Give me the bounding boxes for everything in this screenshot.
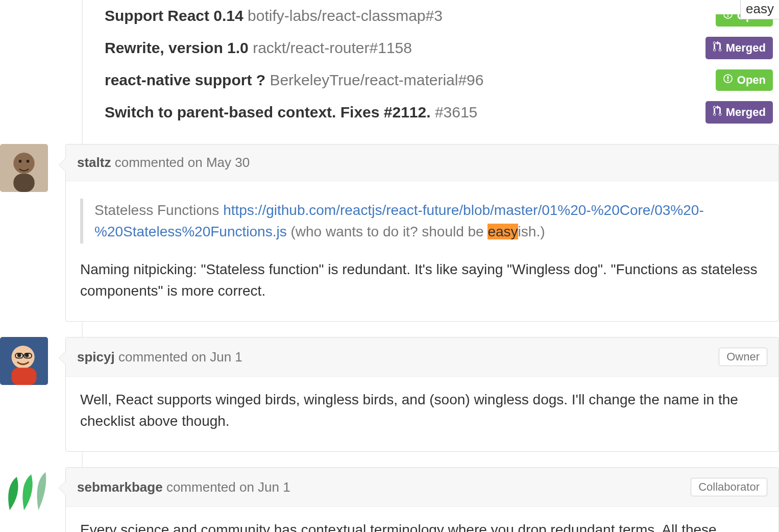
git-pull-request-icon [713,105,722,119]
comment-author[interactable]: sebmarkbage [77,479,163,495]
comment-text: Well, React supports winged birds, wingl… [80,389,764,432]
svg-point-4 [27,160,30,163]
comment-header: spicyj commented on Jun 1 Owner [66,337,778,377]
comment: sebmarkbage commented on Jun 1 Collabora… [0,467,779,532]
comment-arrow [59,158,66,172]
comment-box: sebmarkbage commented on Jun 1 Collabora… [65,467,779,532]
state-badge-label: Merged [726,41,766,55]
comment: staltz commented on May 30 Stateless Fun… [0,144,779,322]
reference-row: react-native support ? BerkeleyTrue/reac… [105,64,779,96]
comment-header: sebmarkbage commented on Jun 1 Collabora… [66,468,778,507]
issue-references: Support React 0.14 botify-labs/react-cla… [105,0,779,129]
svg-point-8 [17,353,21,357]
comment-body: Stateless Functions https://github.com/r… [66,181,778,321]
comment-arrow [59,351,66,365]
comment-text: Naming nitpicking: "Stateless function" … [80,259,764,302]
comment-timestamp[interactable]: on Jun 1 [239,479,290,495]
reference-title[interactable]: react-native support ? BerkeleyTrue/reac… [105,69,483,91]
comment-author[interactable]: spicyj [77,349,115,365]
state-badge-open: Open [716,69,773,91]
avatar[interactable] [0,467,48,515]
reference-row: Switch to parent-based context. Fixes #2… [105,96,779,129]
reference-row: Rewrite, version 1.0 rackt/react-router#… [105,32,779,64]
role-badge-collaborator: Collaborator [691,478,767,496]
reference-title[interactable]: Switch to parent-based context. Fixes #2… [105,102,477,123]
comment-timestamp-prefix: commented [118,349,191,365]
comment-body: Every science and community has contextu… [66,507,778,532]
reference-title[interactable]: Rewrite, version 1.0 rackt/react-router#… [105,37,412,59]
state-badge-merged: Merged [705,101,773,124]
issue-opened-icon [723,74,733,87]
comment-arrow [59,481,66,495]
svg-rect-2 [13,174,34,192]
svg-rect-7 [12,368,37,385]
comment-author[interactable]: staltz [77,155,111,170]
role-badge-owner: Owner [719,348,767,366]
quote-block: Stateless Functions https://github.com/r… [80,199,764,244]
svg-point-3 [19,160,22,163]
find-highlight: easy [488,224,518,239]
avatar[interactable] [0,337,48,385]
quote-tail-after: ish.) [518,224,545,239]
avatar[interactable] [0,144,48,192]
state-badge-label: Open [737,74,766,87]
find-in-page-bar[interactable]: easy [740,0,779,19]
comment-timestamp[interactable]: on May 30 [188,155,250,170]
quote-prefix: Stateless Functions [94,202,223,218]
git-pull-request-icon [713,41,722,55]
comment-timestamp-prefix: commented [166,479,239,495]
comment: spicyj commented on Jun 1 Owner Well, Re… [0,337,779,452]
quote-tail-before: (who wants to do it? should be [287,224,488,239]
state-badge-label: Merged [726,106,766,119]
comment-body: Well, React supports winged birds, wingl… [66,377,778,451]
comment-text: Every science and community has contextu… [80,522,717,532]
issue-opened-icon [723,9,733,22]
comment-box: spicyj commented on Jun 1 Owner Well, Re… [65,337,779,452]
reference-row: Support React 0.14 botify-labs/react-cla… [105,0,779,32]
comment-timestamp[interactable]: on Jun 1 [191,349,242,365]
reference-title[interactable]: Support React 0.14 botify-labs/react-cla… [105,5,443,27]
comment-box: staltz commented on May 30 Stateless Fun… [65,144,779,322]
comment-timestamp-prefix: commented [115,155,188,170]
state-badge-merged: Merged [705,37,773,59]
comment-header: staltz commented on May 30 [66,144,778,181]
